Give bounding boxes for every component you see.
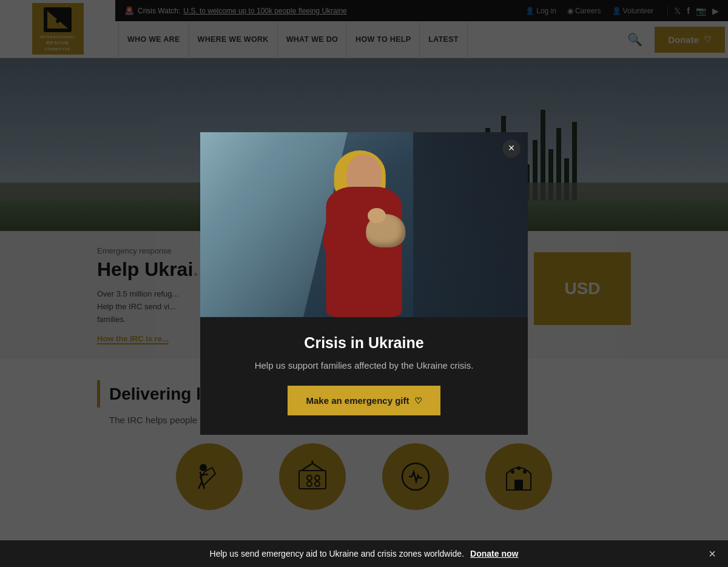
bottom-banner-text: Help us send emergency aid to Ukraine an…	[210, 549, 464, 559]
heart-icon-modal: ♡	[414, 396, 422, 406]
bottom-banner: Help us send emergency aid to Ukraine an…	[0, 540, 728, 567]
bottom-banner-close[interactable]: ×	[709, 548, 716, 560]
modal-description: Help us support families affected by the…	[224, 359, 504, 373]
modal-title: Crisis in Ukraine	[224, 334, 504, 352]
modal-close-button[interactable]: ×	[502, 139, 521, 158]
modal: × Crisis in Ukraine Help us support fami…	[200, 132, 528, 435]
modal-photo	[200, 132, 528, 317]
modal-overlay[interactable]: × Crisis in Ukraine Help us support fami…	[0, 0, 728, 567]
emergency-gift-button[interactable]: Make an emergency gift ♡	[288, 386, 440, 415]
donate-now-link[interactable]: Donate now	[470, 549, 518, 559]
modal-content: Crisis in Ukraine Help us support famili…	[200, 317, 528, 435]
